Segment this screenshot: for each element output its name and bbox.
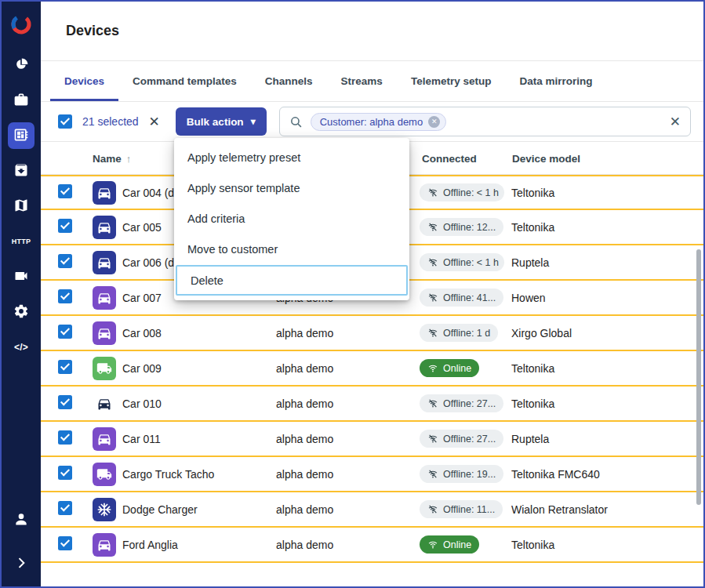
device-name[interactable]: Car 008 bbox=[122, 327, 276, 339]
table-row[interactable]: Car 008 alpha demo Offline: 1 d Xirgo Gl… bbox=[41, 316, 703, 351]
bulk-action-button[interactable]: Bulk action ▾ bbox=[176, 107, 267, 136]
row-checkbox[interactable] bbox=[58, 184, 72, 198]
wifi-off-icon bbox=[427, 257, 438, 267]
tab-devices[interactable]: Devices bbox=[50, 61, 118, 101]
remove-filter-icon[interactable]: ✕ bbox=[428, 116, 440, 128]
column-header-name[interactable]: Name ↑ bbox=[93, 152, 131, 164]
device-name[interactable]: Ford Anglia bbox=[122, 539, 276, 551]
row-checkbox[interactable] bbox=[58, 219, 72, 233]
tab-label: Telemetry setup bbox=[411, 75, 492, 87]
menu-item-apply-telemetry-preset[interactable]: Apply telemetry preset bbox=[174, 142, 409, 172]
sidebar-item-code[interactable]: </> bbox=[8, 334, 35, 361]
row-checkbox[interactable] bbox=[58, 536, 72, 550]
sidebar-item-http-api[interactable]: HTTP bbox=[8, 228, 35, 255]
clear-search-icon[interactable]: ✕ bbox=[670, 115, 681, 129]
device-name[interactable]: Car 010 bbox=[122, 397, 276, 410]
device-model: Howen bbox=[511, 292, 703, 304]
pie-chart-icon bbox=[13, 56, 29, 74]
wifi-off-icon bbox=[427, 398, 438, 408]
sidebar-bottom bbox=[8, 506, 35, 586]
row-checkbox[interactable] bbox=[58, 501, 72, 515]
sidebar-item-devices[interactable] bbox=[8, 122, 35, 149]
row-checkbox[interactable] bbox=[58, 430, 72, 445]
app-logo-icon[interactable] bbox=[9, 13, 33, 36]
tab-label: Devices bbox=[64, 75, 104, 87]
tab-command-templates[interactable]: Command templates bbox=[118, 61, 251, 101]
select-all-checkbox[interactable] bbox=[58, 114, 72, 129]
menu-item-apply-sensor-template[interactable]: Apply sensor template bbox=[174, 172, 409, 203]
menu-item-label: Apply telemetry preset bbox=[187, 151, 300, 164]
sidebar-item-settings[interactable] bbox=[8, 299, 35, 325]
menu-item-label: Delete bbox=[191, 274, 223, 287]
device-type-icon bbox=[93, 181, 116, 205]
status-label: Online bbox=[443, 363, 471, 374]
tab-streams[interactable]: Streams bbox=[327, 61, 397, 101]
menu-item-label: Apply sensor template bbox=[187, 182, 300, 194]
app-window: HTTP </> Devices DevicesCommand t bbox=[0, 0, 705, 588]
row-checkbox[interactable] bbox=[58, 325, 72, 339]
search-input[interactable]: Customer: alpha demo ✕ ✕ bbox=[279, 107, 691, 136]
wifi-off-icon bbox=[427, 292, 438, 303]
tab-label: Streams bbox=[341, 75, 383, 87]
table-row[interactable]: Ford Anglia alpha demo Online Teltonika bbox=[41, 528, 703, 563]
device-customer: alpha demo bbox=[276, 539, 420, 551]
status-badge: Online bbox=[420, 535, 479, 554]
status-badge: Offline: 41... bbox=[420, 289, 503, 307]
sidebar-item-storage[interactable] bbox=[8, 158, 35, 184]
table-row[interactable]: Car 010 alpha demo Offline: 27... Telton… bbox=[41, 387, 703, 422]
device-customer: alpha demo bbox=[276, 327, 420, 339]
page-title: Devices bbox=[66, 23, 119, 39]
sidebar-item-toolbox[interactable] bbox=[8, 87, 35, 114]
table-row[interactable]: Car 009 alpha demo Online Teltonika bbox=[41, 351, 703, 387]
device-name[interactable]: Car 011 bbox=[122, 433, 276, 445]
tab-channels[interactable]: Channels bbox=[251, 61, 327, 101]
chevron-down-icon: ▾ bbox=[251, 116, 256, 127]
sidebar-nav: HTTP </> bbox=[8, 52, 35, 361]
status-label: Offline: 19... bbox=[443, 469, 496, 480]
account-button[interactable] bbox=[8, 506, 35, 533]
device-customer: alpha demo bbox=[276, 397, 420, 410]
device-type-icon bbox=[93, 216, 116, 239]
wifi-off-icon bbox=[427, 469, 438, 479]
sidebar-item-video[interactable] bbox=[8, 263, 35, 290]
device-name[interactable]: Cargo Truck Tacho bbox=[122, 468, 276, 481]
tab-label: Channels bbox=[265, 75, 313, 87]
table-row[interactable]: Dodge Charger alpha demo Offline: 11... … bbox=[41, 492, 703, 528]
wifi-icon bbox=[427, 363, 438, 373]
device-name[interactable]: Car 009 bbox=[122, 362, 276, 375]
toolbar: 21 selected ✕ Bulk action ▾ Customer: al… bbox=[41, 102, 703, 142]
devices-icon bbox=[13, 127, 29, 145]
menu-item-add-criteria[interactable]: Add criteria bbox=[174, 203, 409, 234]
column-header-device-model[interactable]: Device model bbox=[512, 152, 580, 164]
tab-telemetry-setup[interactable]: Telemetry setup bbox=[397, 61, 506, 101]
sidebar-item-dashboard[interactable] bbox=[8, 52, 35, 78]
device-model: Wialon Retranslator bbox=[511, 503, 703, 516]
device-type-icon bbox=[93, 392, 116, 416]
status-label: Offline: 11... bbox=[443, 504, 495, 515]
status-label: Offline: 27... bbox=[443, 434, 496, 445]
briefcase-icon bbox=[13, 92, 29, 110]
sidebar-item-geofences[interactable] bbox=[8, 193, 35, 220]
row-checkbox[interactable] bbox=[58, 289, 72, 303]
device-model: Xirgo Global bbox=[511, 327, 703, 339]
menu-item-move-to-customer[interactable]: Move to customer bbox=[174, 234, 409, 264]
menu-item-delete[interactable]: Delete bbox=[176, 265, 408, 296]
clear-selection-icon[interactable]: ✕ bbox=[149, 115, 160, 129]
row-checkbox[interactable] bbox=[58, 395, 72, 409]
bulk-action-label: Bulk action bbox=[187, 116, 244, 128]
table-row[interactable]: Cargo Truck Tacho alpha demo Offline: 19… bbox=[41, 457, 703, 492]
wifi-off-icon bbox=[427, 504, 438, 514]
table-row[interactable]: Car 011 alpha demo Offline: 27... Ruptel… bbox=[41, 422, 703, 457]
device-name[interactable]: Dodge Charger bbox=[122, 503, 276, 516]
vertical-scrollbar[interactable] bbox=[696, 249, 701, 505]
expand-sidebar-button[interactable] bbox=[8, 550, 35, 577]
device-type-icon bbox=[93, 498, 116, 521]
row-checkbox[interactable] bbox=[58, 360, 72, 374]
device-model: Teltonika bbox=[511, 362, 703, 375]
row-checkbox[interactable] bbox=[58, 466, 72, 480]
row-checkbox[interactable] bbox=[58, 254, 72, 268]
column-header-connected[interactable]: Connected bbox=[422, 152, 477, 164]
filter-chip[interactable]: Customer: alpha demo ✕ bbox=[311, 113, 447, 131]
tab-data-mirroring[interactable]: Data mirroring bbox=[505, 61, 606, 101]
wifi-off-icon bbox=[427, 434, 438, 444]
